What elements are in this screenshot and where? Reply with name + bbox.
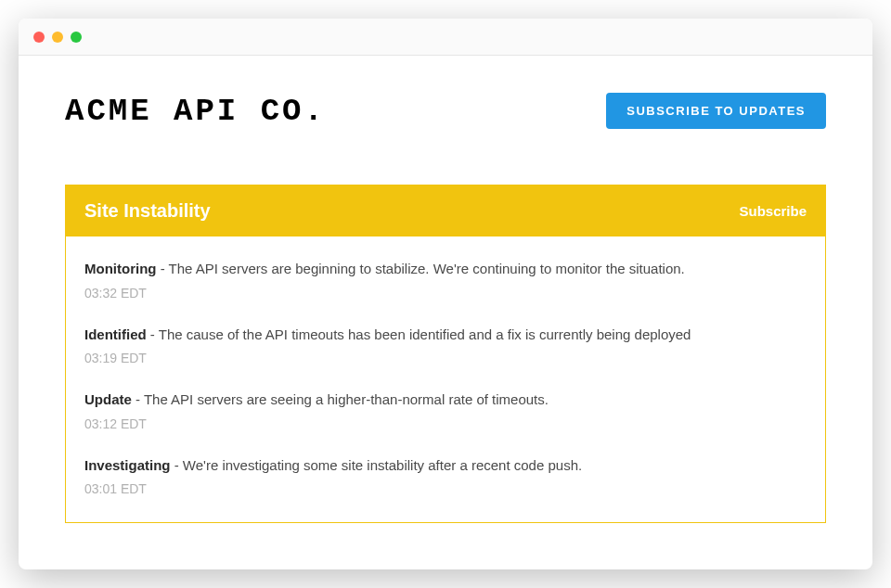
update-text: Investigating - We're investigating some…: [84, 455, 807, 477]
incident-body: Monitoring - The API servers are beginni…: [66, 236, 825, 522]
company-name: ACME API CO.: [65, 94, 326, 129]
update-text: Monitoring - The API servers are beginni…: [84, 259, 807, 280]
update-status: Monitoring: [84, 261, 156, 276]
incident-header: Site Instability Subscribe: [66, 185, 825, 236]
close-icon[interactable]: [33, 32, 45, 43]
update-status: Update: [84, 391, 132, 407]
update-timestamp: 03:19 EDT: [84, 351, 807, 365]
update-status: Investigating: [84, 457, 171, 473]
update-text: Update - The API servers are seeing a hi…: [84, 390, 807, 411]
incident-card: Site Instability Subscribe Monitoring - …: [65, 185, 826, 523]
browser-window: ACME API CO. SUBSCRIBE TO UPDATES Site I…: [19, 19, 872, 569]
update-entry: Update - The API servers are seeing a hi…: [84, 390, 807, 431]
update-timestamp: 03:32 EDT: [84, 286, 807, 300]
update-entry: Monitoring - The API servers are beginni…: [84, 259, 807, 300]
update-status: Identified: [84, 326, 147, 342]
update-message: - The API servers are beginning to stabi…: [156, 261, 684, 276]
update-timestamp: 03:01 EDT: [84, 481, 807, 496]
page-header: ACME API CO. SUBSCRIBE TO UPDATES: [65, 93, 826, 129]
update-message: - The API servers are seeing a higher-th…: [132, 391, 549, 407]
subscribe-to-updates-button[interactable]: SUBSCRIBE TO UPDATES: [606, 93, 826, 129]
page-content: ACME API CO. SUBSCRIBE TO UPDATES Site I…: [19, 56, 872, 569]
update-entry: Investigating - We're investigating some…: [84, 455, 807, 497]
window-chrome: [19, 19, 872, 56]
incident-title: Site Instability: [84, 200, 211, 222]
maximize-icon[interactable]: [71, 32, 82, 43]
update-message: - We're investigating some site instabil…: [171, 457, 583, 473]
incident-subscribe-link[interactable]: Subscribe: [739, 203, 807, 219]
update-text: Identified - The cause of the API timeou…: [84, 325, 807, 346]
update-message: - The cause of the API timeouts has been…: [147, 326, 691, 342]
update-entry: Identified - The cause of the API timeou…: [84, 325, 807, 366]
update-timestamp: 03:12 EDT: [84, 416, 807, 431]
minimize-icon[interactable]: [52, 32, 63, 43]
